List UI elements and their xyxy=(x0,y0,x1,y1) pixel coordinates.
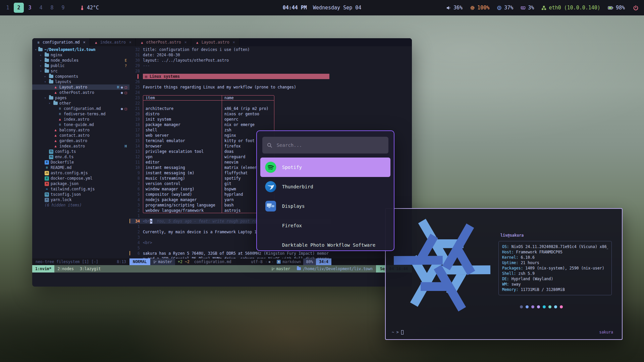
tree-item-yarn-lock[interactable]: Yyarn.lock xyxy=(32,197,129,202)
tree-item-pages[interactable]: ▾pages xyxy=(32,95,129,101)
palette-color-0 xyxy=(520,305,523,308)
tree-item-index-astro[interactable]: ▲index.astro xyxy=(32,117,129,122)
tree-item-env-d-ts[interactable]: TSenv.d.ts xyxy=(32,154,129,160)
git-status-badges: E xyxy=(125,58,127,63)
fetch-info-line-uptime: Uptime: 21 hours xyxy=(502,260,608,265)
tree-item-fediverse-terms-md[interactable]: ≣fediverse-terms.md xyxy=(32,111,129,117)
fetch-info-value: 21 hours xyxy=(521,260,539,265)
line-text: sakura has a Ryzen 5 7640U, 32GB of DDR5… xyxy=(143,251,329,258)
table-line: 21architecturex86_64 (rip m2 pro) xyxy=(129,106,331,111)
status-volume[interactable]: 36% xyxy=(446,5,463,11)
launcher-item-darktable-photo-workflow-software[interactable]: Darktable Photo Workflow Software xyxy=(260,235,390,251)
tree-item-contact-astro[interactable]: ▲contact.astro xyxy=(32,133,129,138)
darktable-icon-wrap xyxy=(265,239,276,251)
tree-item-layouts[interactable]: ▾layouts xyxy=(32,79,129,84)
tree-item-6-hidden-items[interactable]: (6 hidden items) xyxy=(32,202,129,208)
table-row: window manager (xorg)bspwm xyxy=(143,186,274,192)
heading-icon: ▤ xyxy=(145,74,147,79)
line-text: <br> xyxy=(143,240,152,245)
tree-item-nginx[interactable]: ▸nginx xyxy=(32,52,129,58)
workspace-2[interactable]: 2 xyxy=(14,3,24,13)
tab-index-astro[interactable]: ▲index.astro× xyxy=(90,38,136,46)
tree-item-label: tailwind.config.mjs xyxy=(51,186,95,192)
line-text: <br> You, 5 days ago - feat: write rough… xyxy=(143,219,257,224)
tree-item-node-modules[interactable]: ▸node_modulesE xyxy=(32,58,129,63)
table-line: 19init systemopenrc xyxy=(129,117,331,122)
tree-item-dockerfile[interactable]: DDockerfile xyxy=(32,160,129,165)
launcher-item-spotify[interactable]: Spotify xyxy=(260,158,390,177)
line-text: init systemopenrc xyxy=(143,117,274,122)
tmux-window-2-nodes[interactable]: 2:nodes xyxy=(54,265,76,273)
tree-item-tone-guide-md[interactable]: ≣tone-guide.md xyxy=(32,122,129,127)
tmux-window-1-nvim[interactable]: 1:nvim* xyxy=(32,265,54,273)
tree-item-public[interactable]: ▸public? xyxy=(32,63,129,68)
line-number: 13 xyxy=(131,149,143,154)
table-row: webdev language/frameworkastrojs xyxy=(143,208,274,213)
tree-item-docker-compose-yml[interactable]: Ddocker-compose.yml xyxy=(32,176,129,181)
table-cell-item: shell xyxy=(143,127,222,133)
status-badge: □ xyxy=(125,106,127,111)
close-icon[interactable]: × xyxy=(129,40,131,45)
git-status-badges: H xyxy=(125,143,127,149)
status-network[interactable]: eth0 (10.0.0.140) xyxy=(541,5,600,11)
power-button[interactable] xyxy=(633,5,639,11)
fetch-info-key: Host: xyxy=(502,250,516,254)
tree-item-other[interactable]: ▾other xyxy=(32,101,129,106)
search-input[interactable] xyxy=(276,142,384,148)
workspace-3[interactable]: 3 xyxy=(25,3,35,13)
astro-file-icon: ▲ xyxy=(53,127,58,133)
tree-item-otherpost-astro[interactable]: ▲otherPost.astro●□ xyxy=(32,90,129,95)
tree-item-astro-config-mjs[interactable]: JSastro.config.mjs xyxy=(32,170,129,176)
tree-item-garden-astro[interactable]: ▲garden.astro xyxy=(32,138,129,143)
displays-icon xyxy=(265,200,276,212)
status-brightness[interactable]: 100% xyxy=(470,5,489,11)
tree-item-balcony-astro[interactable]: ▲balcony.astro xyxy=(32,127,129,133)
launcher-item-thunderbird[interactable]: Thunderbird xyxy=(260,177,390,196)
tab-layout-astro[interactable]: ▲Layout.astro× xyxy=(191,38,239,46)
tree-item-components[interactable]: ▸components xyxy=(32,74,129,79)
blank-line: 24 xyxy=(129,90,331,95)
table-row: editorneovim xyxy=(143,160,274,165)
tree-item-tailwind-config-mjs[interactable]: ≈tailwind.config.mjs xyxy=(32,186,129,192)
fetch-info-value: NixOS 24.11.20240828.71e91c4 (Vicuna) x8… xyxy=(512,244,608,249)
palette-color-1 xyxy=(526,305,529,308)
folder-open-icon xyxy=(45,69,49,73)
close-icon[interactable]: × xyxy=(233,40,235,45)
tree-item-src[interactable]: ▾src xyxy=(32,68,129,74)
status-badge: □ xyxy=(125,90,127,95)
neo-tree-panel: ▾ ~/Development/liv.town ▸nginx▸node_mod… xyxy=(32,46,129,258)
tab-configuration-md[interactable]: ≣configuration.md× xyxy=(32,38,90,46)
line-number: 19 xyxy=(131,117,143,122)
workspace-8[interactable]: 8 xyxy=(47,3,57,13)
tree-item-index-astro[interactable]: ▲index.astroH xyxy=(32,143,129,149)
tree-item-config-ts[interactable]: TSconfig.ts xyxy=(32,149,129,154)
tab-otherpost-astro[interactable]: ▲otherPost.astro× xyxy=(136,38,191,46)
status-memory[interactable]: 3% xyxy=(521,5,534,11)
filetype-segment: M markdown xyxy=(275,258,303,265)
tmux-window-3-lazygit[interactable]: 3:lazygit xyxy=(77,265,104,273)
line-number: 32 xyxy=(131,47,143,52)
line-number: 25 xyxy=(131,84,143,90)
workspace-9[interactable]: 9 xyxy=(58,3,68,13)
tree-item-configuration-md[interactable]: ≣configuration.md●□ xyxy=(32,106,129,111)
tree-item-readme-md[interactable]: ≣README.md xyxy=(32,165,129,170)
launcher-item-displays[interactable]: Displays xyxy=(260,196,390,216)
launcher-item-label: Firefox xyxy=(282,223,302,228)
table-cell-item: package manager xyxy=(143,122,222,127)
line-number: 6 xyxy=(131,186,143,192)
shell-prompt[interactable]: ~ > xyxy=(392,330,404,335)
close-icon[interactable]: × xyxy=(83,40,86,45)
workspace-1[interactable]: 1 xyxy=(3,3,13,13)
tree-item-package-json[interactable]: Npackage.json xyxy=(32,181,129,186)
status-cpu[interactable]: 37% xyxy=(497,5,513,11)
status-battery[interactable]: 98% xyxy=(608,5,625,11)
workspace-4[interactable]: 4 xyxy=(36,3,46,13)
tree-root[interactable]: ▾ ~/Development/liv.town xyxy=(32,47,129,52)
close-icon[interactable]: × xyxy=(184,40,187,45)
status-memory-value: 3% xyxy=(528,5,534,11)
tree-item-tsconfig-json[interactable]: TStsconfig.json xyxy=(32,192,129,197)
tree-item-layout-astro[interactable]: ▲Layout.astroH●□ xyxy=(32,84,129,90)
table-cell-item: programming/scripting language xyxy=(143,202,222,208)
launcher-item-firefox[interactable]: Firefox xyxy=(260,216,390,235)
tree-item-label: garden.astro xyxy=(59,138,87,143)
